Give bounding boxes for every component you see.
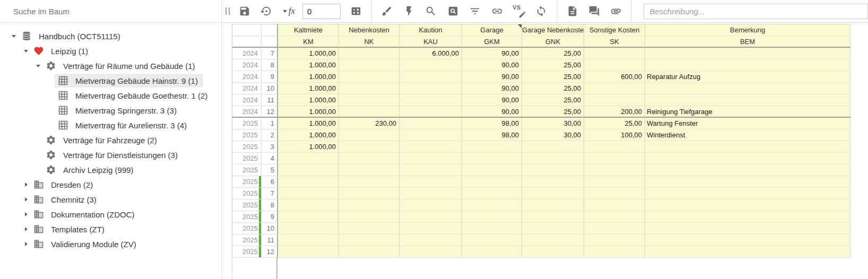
grid-cell-BEM-2024-11[interactable] <box>645 94 850 106</box>
grid-cell-GKM-2025-7[interactable] <box>462 188 522 199</box>
tree-item[interactable]: Chemnitz (3) <box>0 192 221 207</box>
value-input[interactable] <box>302 4 341 19</box>
grid-cell-GNK-2024-7[interactable]: 25,00 <box>522 48 584 59</box>
tree-node-selected[interactable]: Mietvertrag Gebäude Hainstr. 9 (1) <box>55 74 203 88</box>
grid-cell-GNK-2024-10[interactable]: 25,00 <box>522 83 584 94</box>
grid-cell-SK-2024-12[interactable]: 200,00 <box>584 106 645 118</box>
tree-node[interactable]: Verträge für Räume und Gebäude (1) <box>42 59 200 73</box>
chevron-right-icon[interactable] <box>22 225 30 233</box>
grid-cell-GNK-2025-12[interactable] <box>522 246 584 258</box>
grid-cell-NK-2025-12[interactable] <box>339 246 400 258</box>
tree-node[interactable]: Leipzig (1) <box>30 44 93 58</box>
description-input[interactable] <box>644 4 868 19</box>
grid-cell-SK-2025-1[interactable]: 25,00 <box>584 118 645 129</box>
chevron-down-icon[interactable] <box>22 47 30 55</box>
grid-cell-BEM-2024-12[interactable]: Reinigung Tiefgarage <box>645 106 850 118</box>
grid-cell-KM-2025-11[interactable] <box>278 234 339 246</box>
chevron-down-icon[interactable] <box>34 62 42 70</box>
grid-cell-SK-2024-8[interactable] <box>584 59 645 71</box>
tree-item[interactable]: Verträge für Dienstleistungen (3) <box>0 147 221 162</box>
chevron-right-icon[interactable] <box>22 210 30 219</box>
grid-cell-GNK-2025-4[interactable] <box>522 153 584 164</box>
tree-item[interactable]: Mietvertrag Springerstr. 3 (3) <box>0 103 221 118</box>
grid-cell-NK-2024-11[interactable] <box>339 94 400 106</box>
grid-cell-GNK-2025-9[interactable] <box>522 211 584 223</box>
chevron-right-icon[interactable] <box>22 240 30 248</box>
grid-cell-GNK-2024-11[interactable]: 25,00 <box>522 94 584 106</box>
grid-cell-BEM-2024-7[interactable] <box>645 48 850 59</box>
grid-cell-KM-2025-6[interactable] <box>278 176 339 188</box>
grid-cell-GKM-2025-9[interactable] <box>462 211 522 223</box>
grid-cell-BEM-2025-10[interactable] <box>645 223 850 234</box>
grid-cell-SK-2024-10[interactable] <box>584 83 645 94</box>
grid-cell-GKM-2024-7[interactable]: 90,00 <box>462 48 522 59</box>
tree-item[interactable]: Verträge für Fahrzeuge (2) <box>0 133 221 147</box>
grid-cell-NK-2025-2[interactable] <box>339 129 400 141</box>
grid-cell-KM-2025-7[interactable] <box>278 188 339 199</box>
grid-cell-KM-2024-12[interactable]: 1.000,00 <box>278 106 339 118</box>
box-search-icon[interactable] <box>447 5 459 18</box>
grid-cell-BEM-2025-7[interactable] <box>645 188 850 199</box>
grid-cell-GKM-2024-10[interactable]: 90,00 <box>462 83 522 94</box>
grid-cell-GKM-2025-10[interactable] <box>462 223 522 234</box>
save-icon[interactable] <box>238 5 250 18</box>
document-icon[interactable] <box>566 5 578 18</box>
grid-cell-SK-2025-6[interactable] <box>584 176 645 188</box>
brush-icon[interactable] <box>381 5 393 18</box>
grid-cell-GNK-2024-9[interactable]: 25,00 <box>522 71 584 83</box>
grid-cell-BEM-2025-1[interactable]: Wartung Fenster <box>645 118 850 129</box>
grid-cell-KM-2025-8[interactable] <box>278 199 339 211</box>
grid-cell-NK-2024-8[interactable] <box>339 59 400 71</box>
grid-cell-KAU-2025-8[interactable] <box>400 199 462 211</box>
tree-node[interactable]: Mietvertrag Gebäude Goethestr. 1 (2) <box>55 89 213 102</box>
grid-cell-BEM-2025-2[interactable]: Winterdienst <box>645 129 850 141</box>
chevron-down-icon[interactable] <box>10 32 18 40</box>
tree-item[interactable]: Verträge für Räume und Gebäude (1) <box>0 58 221 73</box>
tree-node[interactable]: Dresden (2) <box>30 178 98 191</box>
grid-cell-SK-2025-9[interactable] <box>584 211 645 223</box>
grid-cell-GKM-2025-3[interactable] <box>462 141 522 153</box>
grid-cell-KAU-2024-8[interactable] <box>400 59 462 71</box>
grid-cell-GKM-2025-12[interactable] <box>462 246 522 258</box>
grid-cell-GKM-2025-2[interactable]: 98,00 <box>462 129 522 141</box>
grid-cell-KM-2024-7[interactable]: 1.000,00 <box>278 48 339 59</box>
grid-cell-KM-2025-9[interactable] <box>278 211 339 223</box>
grid-cell-GKM-2024-11[interactable]: 90,00 <box>462 94 522 106</box>
grid-cell-KM-2024-8[interactable]: 1.000,00 <box>278 59 339 71</box>
grid-cell-GKM-2024-12[interactable]: 90,00 <box>462 106 522 118</box>
grid-cell-GNK-2025-11[interactable] <box>522 234 584 246</box>
grid-cell-NK-2025-7[interactable] <box>339 188 400 199</box>
grid-cell-KAU-2024-9[interactable] <box>400 71 462 83</box>
grid-cell-SK-2025-11[interactable] <box>584 234 645 246</box>
tree-node[interactable]: Mietvertrag Springerstr. 3 (3) <box>55 103 182 117</box>
grid-cell-NK-2024-9[interactable] <box>339 71 400 83</box>
grid-cell-KM-2025-1[interactable]: 1.000,00 <box>278 118 339 129</box>
grid-cell-GNK-2025-3[interactable] <box>522 141 584 153</box>
tree-item[interactable]: Dokumentation (ZDOC) <box>0 207 221 222</box>
grid-cell-SK-2025-7[interactable] <box>584 188 645 199</box>
tree-node[interactable]: Templates (ZT) <box>30 222 110 236</box>
tree-node[interactable]: Validierung Module (ZV) <box>30 237 142 251</box>
grid-cell-KAU-2025-1[interactable] <box>400 118 462 129</box>
tree-item[interactable]: Mietvertrag Gebäude Goethestr. 1 (2) <box>0 88 221 103</box>
grid-cell-SK-2024-7[interactable] <box>584 48 645 59</box>
grid-cell-GNK-2025-1[interactable]: 30,00 <box>522 118 584 129</box>
grid-cell-KM-2025-12[interactable] <box>278 246 339 258</box>
tree-item[interactable]: Mietvertrag für Aurelienstr. 3 (4) <box>0 118 221 133</box>
grid-cell-KM-2025-5[interactable] <box>278 164 339 176</box>
tree-item[interactable]: Handbuch (OCT51115) <box>0 29 221 43</box>
grid-cell-NK-2025-1[interactable]: 230,00 <box>339 118 400 129</box>
grid-cell-SK-2025-5[interactable] <box>584 164 645 176</box>
grid-cell-KM-2024-10[interactable]: 1.000,00 <box>278 83 339 94</box>
tree-node[interactable]: Mietvertrag für Aurelienstr. 3 (4) <box>55 118 192 132</box>
grid-cell-GNK-2025-8[interactable] <box>522 199 584 211</box>
restore-history-icon[interactable] <box>260 5 272 18</box>
grid-cell-GNK-2024-8[interactable]: 25,00 <box>522 59 584 71</box>
tree-item[interactable]: Leipzig (1) <box>0 43 221 58</box>
grid-cell-BEM-2025-12[interactable] <box>645 246 850 258</box>
grid-cell-GNK-2025-5[interactable] <box>522 164 584 176</box>
sync-icon[interactable] <box>535 5 547 18</box>
grid-cell-GNK-2024-12[interactable]: 25,00 <box>522 106 584 118</box>
search-icon[interactable] <box>424 5 437 18</box>
grid-cell-NK-2024-10[interactable] <box>339 83 400 94</box>
